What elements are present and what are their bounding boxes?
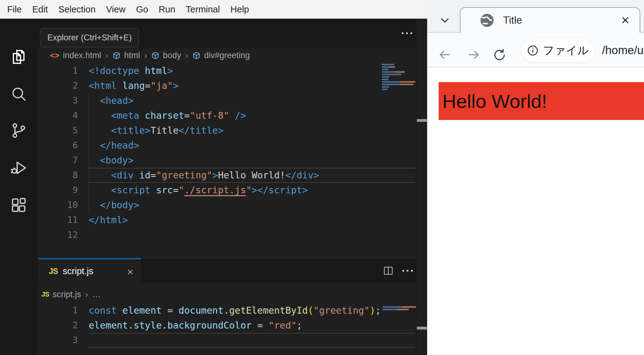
minimap[interactable] [383, 306, 418, 314]
tab-script-js[interactable]: JS script.js [38, 258, 141, 283]
menu-item-go[interactable]: Go [131, 4, 153, 15]
menu-item-terminal[interactable]: Terminal [180, 4, 225, 15]
code-line[interactable]: 5 <title>Title</title> [37, 123, 416, 138]
origin-chip[interactable]: ファイル [521, 39, 595, 62]
line-number: 3 [37, 93, 78, 108]
explorer-tooltip: Explorer (Ctrl+Shift+E) [40, 28, 139, 47]
menu-item-file[interactable]: File [2, 4, 27, 15]
code-line[interactable]: 10 </body> [37, 198, 416, 213]
code-line[interactable]: 1<!doctype html> [37, 63, 416, 78]
menu-item-run[interactable]: Run [153, 4, 180, 15]
url-text[interactable]: /home/u [602, 44, 644, 57]
split-editor-icon[interactable] [383, 266, 394, 276]
info-icon[interactable] [527, 45, 539, 56]
line-number: 2 [37, 318, 78, 333]
code-text: </head> [89, 138, 139, 153]
run-debug-icon[interactable] [10, 159, 28, 177]
code-text: const element = document.getElementById(… [89, 303, 381, 318]
js-file-icon: JS [49, 267, 58, 276]
code-text: <body> [89, 153, 134, 168]
breadcrumb-separator: › [84, 289, 89, 300]
breadcrumb-separator: › [143, 50, 148, 61]
line-number: 7 [37, 153, 78, 168]
more-actions-icon[interactable] [402, 19, 412, 48]
explorer-icon[interactable] [10, 48, 28, 66]
menu-item-selection[interactable]: Selection [53, 4, 101, 15]
extensions-icon[interactable] [10, 196, 28, 214]
html-editor-group: <>index.html›html›body›div#greeting 1<!d… [37, 19, 416, 258]
breadcrumb-segment[interactable]: body [163, 51, 181, 60]
code-line[interactable]: 6 </head> [37, 138, 416, 153]
breadcrumb[interactable]: JSscript.js›… [41, 287, 100, 302]
minimap[interactable] [382, 64, 417, 94]
code-text: <div id="greeting">Hello World!</div> [89, 168, 319, 183]
code-text: <meta charset="utf-8" /> [89, 108, 246, 123]
more-actions-icon[interactable] [402, 270, 413, 272]
back-icon[interactable] [437, 48, 452, 61]
breadcrumb-more[interactable]: … [92, 290, 100, 299]
scrollbar-handle[interactable] [417, 119, 427, 122]
search-icon[interactable] [10, 85, 28, 103]
line-number: 3 [37, 333, 78, 348]
js-code-editor[interactable]: 1const element = document.getElementById… [37, 303, 416, 348]
breadcrumb-file[interactable]: index.html [63, 51, 101, 60]
breadcrumb-file[interactable]: script.js [53, 290, 81, 299]
line-number: 1 [37, 303, 78, 318]
code-line[interactable]: 9 <script src="./script.js"></script> [37, 183, 416, 198]
browser-tab-title: Title [503, 14, 522, 26]
tab-label: script.js [63, 266, 93, 276]
activity-bar [0, 19, 37, 355]
code-text: <!doctype html> [89, 63, 173, 78]
close-icon[interactable] [620, 15, 630, 25]
html-code-editor[interactable]: 1<!doctype html>2<html lang="ja">3 <head… [37, 63, 416, 242]
code-line[interactable]: 4 <meta charset="utf-8" /> [37, 108, 416, 123]
code-line[interactable]: 2element.style.backgroundColor = "red"; [37, 318, 416, 333]
code-line[interactable]: 1const element = document.getElementById… [37, 303, 416, 318]
forward-icon[interactable] [467, 48, 481, 61]
symbol-cube-icon [112, 51, 121, 60]
breadcrumb-segment[interactable]: html [124, 51, 140, 60]
line-number: 10 [37, 198, 78, 213]
toolbar-divider [427, 67, 644, 67]
close-icon[interactable] [127, 268, 134, 275]
browser-tab[interactable]: Title [460, 7, 640, 33]
menu-item-edit[interactable]: Edit [27, 4, 53, 15]
line-number: 5 [37, 123, 78, 138]
screen: FileEditSelectionViewGoRunTerminalHelp [0, 0, 644, 355]
reload-icon[interactable] [492, 48, 506, 61]
source-control-icon[interactable] [10, 122, 28, 140]
menu-bar: FileEditSelectionViewGoRunTerminalHelp [0, 0, 429, 19]
code-line[interactable]: 7 <body> [37, 153, 416, 168]
line-number: 2 [37, 78, 78, 93]
line-number: 6 [37, 138, 78, 153]
code-line[interactable]: 3 [37, 333, 416, 348]
js-editor-group: JS script.js [37, 258, 416, 355]
breadcrumb-segment[interactable]: div#greeting [204, 51, 250, 60]
origin-chip-label: ファイル [543, 43, 589, 58]
browser-window: Title [427, 0, 644, 355]
line-number: 1 [37, 63, 78, 78]
breadcrumb[interactable]: <>index.html›html›body›div#greeting [50, 48, 250, 63]
symbol-cube-icon [151, 51, 160, 60]
breadcrumb-separator: › [184, 50, 189, 61]
code-text: <script src="./script.js"></script> [89, 183, 308, 198]
code-text: <title>Title</title> [89, 123, 224, 138]
code-line[interactable]: 12 [37, 228, 416, 242]
code-line[interactable]: 8 <div id="greeting">Hello World!</div> [37, 168, 416, 183]
code-line[interactable]: 3 <head> [37, 93, 416, 108]
scrollbar[interactable] [416, 19, 427, 355]
line-number: 9 [37, 183, 78, 198]
line-number: 8 [37, 168, 78, 183]
scrollbar-handle[interactable] [417, 327, 427, 330]
breadcrumb-separator: › [105, 50, 109, 61]
menu-item-view[interactable]: View [101, 4, 131, 15]
page-greeting-div: Hello World! [439, 82, 644, 120]
code-line[interactable]: 11</html> [37, 213, 416, 228]
html-file-icon: <> [50, 51, 59, 60]
chevron-down-icon[interactable] [438, 15, 451, 26]
code-text: <html lang="ja"> [89, 78, 179, 93]
code-line[interactable]: 2<html lang="ja"> [37, 78, 416, 93]
line-number: 4 [37, 108, 78, 123]
code-text: </body> [89, 198, 139, 213]
menu-item-help[interactable]: Help [225, 4, 254, 15]
